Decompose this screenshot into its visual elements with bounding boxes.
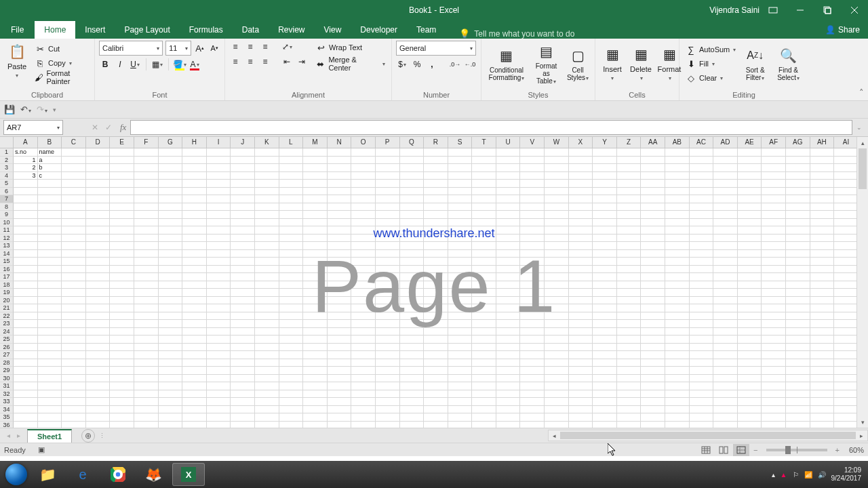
cell[interactable]: [400, 422, 425, 428]
cell[interactable]: [400, 219, 425, 227]
cell[interactable]: [279, 148, 304, 157]
cell[interactable]: [424, 235, 448, 243]
cell[interactable]: [159, 281, 183, 289]
cell[interactable]: [400, 164, 425, 172]
cell[interactable]: [810, 281, 835, 289]
cell[interactable]: [665, 148, 690, 157]
cell[interactable]: [303, 320, 328, 328]
row-header[interactable]: 3: [0, 164, 14, 172]
cell[interactable]: [713, 390, 738, 399]
cell[interactable]: [38, 422, 62, 428]
cell[interactable]: [762, 375, 786, 383]
cell[interactable]: [762, 258, 786, 266]
cell[interactable]: [810, 195, 835, 203]
cell[interactable]: [834, 180, 859, 188]
cell[interactable]: [617, 422, 642, 428]
cell[interactable]: [472, 242, 496, 250]
cell[interactable]: [545, 413, 569, 422]
cell[interactable]: [593, 344, 617, 352]
cell[interactable]: [62, 242, 86, 250]
cell[interactable]: [303, 289, 328, 297]
cell[interactable]: [665, 390, 690, 399]
cell[interactable]: [159, 336, 183, 344]
cell[interactable]: [38, 273, 62, 281]
column-header-J[interactable]: J: [231, 137, 255, 148]
cell[interactable]: [448, 172, 473, 180]
cell[interactable]: [448, 344, 473, 352]
cell[interactable]: [738, 344, 762, 352]
cell[interactable]: [786, 164, 810, 172]
cell[interactable]: [472, 157, 496, 165]
cell[interactable]: [231, 359, 255, 367]
cell[interactable]: [834, 164, 859, 172]
cell[interactable]: [231, 336, 255, 344]
cell[interactable]: [303, 195, 328, 203]
cell[interactable]: [207, 203, 231, 211]
cell[interactable]: [14, 382, 38, 390]
cell[interactable]: [545, 180, 569, 188]
cell[interactable]: [496, 235, 521, 243]
cell[interactable]: [303, 226, 328, 235]
cell[interactable]: [14, 390, 38, 399]
cell[interactable]: [303, 406, 328, 414]
cell[interactable]: [159, 203, 183, 211]
column-header-M[interactable]: M: [303, 137, 328, 148]
cell[interactable]: [520, 336, 545, 344]
cell[interactable]: [834, 188, 859, 196]
cell[interactable]: [810, 235, 835, 243]
cell[interactable]: [690, 344, 714, 352]
find-select-button[interactable]: 🔍Find & Select▾: [772, 45, 804, 83]
cell-styles-button[interactable]: ▢Cell Styles▾: [565, 45, 591, 83]
cell[interactable]: [14, 226, 38, 235]
cell[interactable]: [400, 250, 425, 258]
cell[interactable]: [810, 289, 835, 297]
cell[interactable]: [448, 382, 473, 390]
add-sheet-button[interactable]: ⊕: [81, 429, 95, 443]
cell[interactable]: [231, 203, 255, 211]
cell[interactable]: [376, 235, 400, 243]
cell[interactable]: [207, 195, 231, 203]
ribbon-display-options-icon[interactable]: [760, 0, 787, 20]
cell[interactable]: [617, 312, 642, 321]
cell[interactable]: [472, 148, 496, 157]
cell[interactable]: [617, 359, 642, 367]
cell[interactable]: [231, 328, 255, 336]
cell[interactable]: [328, 328, 352, 336]
cell[interactable]: [62, 203, 86, 211]
cell[interactable]: [665, 180, 690, 188]
cell[interactable]: [255, 219, 279, 227]
cell[interactable]: [159, 312, 183, 321]
horizontal-scrollbar[interactable]: ◂ ▸: [548, 430, 868, 441]
cell[interactable]: [376, 157, 400, 165]
insert-cells-button[interactable]: ▦Insert▾: [599, 43, 625, 84]
row-header[interactable]: 36: [0, 422, 14, 428]
cell[interactable]: [810, 242, 835, 250]
cell[interactable]: [328, 258, 352, 266]
cell[interactable]: [834, 211, 859, 219]
cell[interactable]: [786, 172, 810, 180]
cell[interactable]: [134, 250, 159, 258]
cell[interactable]: [641, 398, 665, 406]
cell[interactable]: [786, 188, 810, 196]
cell[interactable]: [207, 344, 231, 352]
cell[interactable]: [545, 320, 569, 328]
cell[interactable]: [569, 336, 593, 344]
cell[interactable]: [14, 398, 38, 406]
sort-filter-button[interactable]: AZ↓Sort & Filter▾: [741, 45, 770, 83]
cell[interactable]: [520, 250, 545, 258]
cell[interactable]: [762, 304, 786, 312]
cell[interactable]: [762, 172, 786, 180]
cell[interactable]: [593, 219, 617, 227]
cell[interactable]: [14, 320, 38, 328]
cell[interactable]: [279, 390, 304, 399]
cell[interactable]: [641, 289, 665, 297]
tab-home[interactable]: Home: [35, 21, 75, 39]
cell[interactable]: [400, 242, 425, 250]
cell[interactable]: [182, 203, 207, 211]
cell[interactable]: [424, 382, 448, 390]
cell[interactable]: [810, 320, 835, 328]
cell[interactable]: [762, 328, 786, 336]
cell[interactable]: [110, 172, 134, 180]
cell[interactable]: [713, 359, 738, 367]
cell[interactable]: [279, 422, 304, 428]
